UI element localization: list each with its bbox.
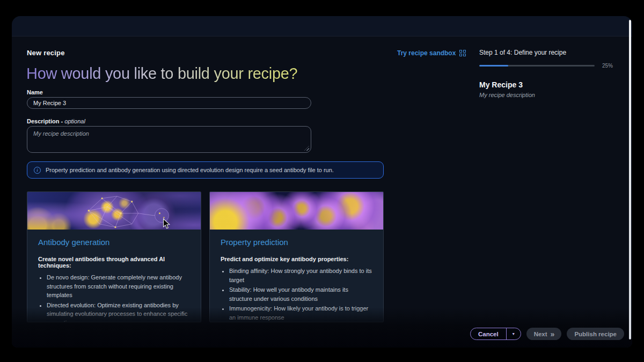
footer-actions: Cancel ▼ Next » Publish recipe (470, 328, 624, 340)
card-bullet: Immunogenicity: How likely your antibody… (229, 304, 372, 322)
name-input[interactable] (27, 97, 311, 109)
try-recipe-sandbox-link[interactable]: Try recipe sandbox (397, 49, 466, 57)
progress-bar-fill (479, 65, 508, 67)
vertical-scrollbar[interactable] (629, 20, 631, 339)
description-input[interactable] (27, 126, 311, 153)
info-banner: i Property prediction and antibody gener… (27, 161, 384, 179)
description-optional-label: optional (64, 118, 85, 124)
recipe-type-cards: Antibody generation Create novel antibod… (27, 191, 384, 322)
next-chevrons-icon: » (551, 330, 554, 338)
app-window: New recipe Try recipe sandbox Step 1 of … (12, 16, 632, 348)
card-title-antibody-generation: Antibody generation (38, 238, 190, 247)
card-title-property-prediction: Property prediction (221, 238, 372, 247)
card-bullet: Stability: How well your antibody mainta… (229, 285, 372, 303)
window-header-bar (12, 16, 632, 36)
sandbox-link-label: Try recipe sandbox (397, 49, 456, 57)
page-title: New recipe (27, 49, 65, 57)
antibody-generation-image (27, 192, 201, 230)
publish-recipe-button[interactable]: Publish recipe (567, 328, 624, 340)
summary-recipe-description: My recipe description (479, 92, 619, 98)
name-label: Name (27, 89, 43, 95)
main-heading: How would you like to build your recipe? (26, 65, 297, 83)
cancel-split-button[interactable]: Cancel ▼ (470, 328, 521, 340)
card-lead: Create novel antibodies through advanced… (38, 256, 190, 269)
summary-recipe-name: My Recipe 3 (479, 80, 619, 89)
cancel-button[interactable]: Cancel (471, 328, 506, 339)
info-icon: i (34, 167, 41, 174)
property-prediction-image (210, 192, 383, 230)
card-lead: Predict and optimize key antibody proper… (221, 256, 372, 262)
card-antibody-generation[interactable]: Antibody generation Create novel antibod… (27, 191, 201, 322)
cancel-dropdown-caret-icon[interactable]: ▼ (507, 328, 521, 339)
progress-bar (479, 65, 595, 67)
description-label: Description - optional (27, 118, 85, 124)
next-button[interactable]: Next » (526, 328, 562, 340)
card-property-prediction[interactable]: Property prediction Predict and optimize… (209, 191, 384, 322)
card-bullet: Directed evolution: Optimize existing an… (47, 301, 190, 323)
sandbox-grid-icon (459, 50, 466, 56)
card-bullet: De novo design: Generate completely new … (47, 273, 190, 300)
progress-percent: 25% (602, 63, 613, 69)
recipe-summary-panel: Step 1 of 4: Define your recipe 25% My R… (479, 49, 619, 98)
step-indicator: Step 1 of 4: Define your recipe (479, 49, 619, 56)
molecule-mesh-decoration (27, 192, 201, 230)
card-bullet: Binding affinity: How strongly your anti… (229, 267, 372, 284)
info-banner-text: Property prediction and antibody generat… (46, 167, 334, 173)
